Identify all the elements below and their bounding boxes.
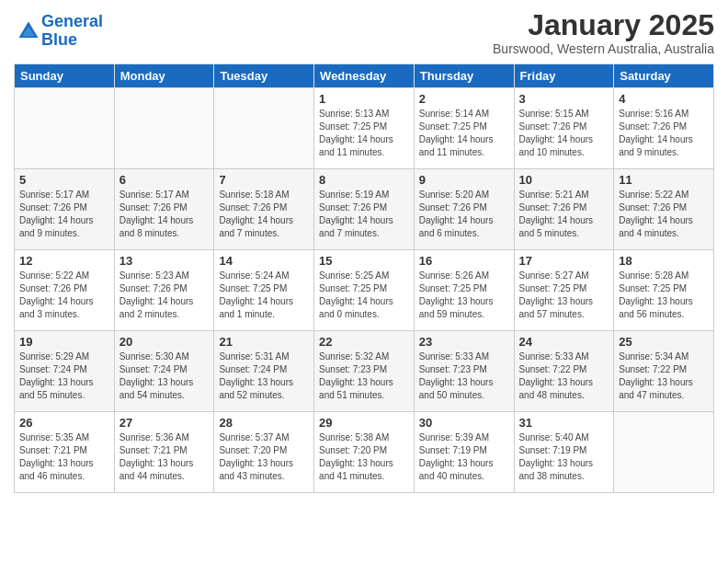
day-number: 5 bbox=[19, 173, 109, 187]
day-info: Sunrise: 5:18 AM Sunset: 7:26 PM Dayligh… bbox=[219, 189, 309, 240]
day-info: Sunrise: 5:19 AM Sunset: 7:26 PM Dayligh… bbox=[319, 189, 409, 240]
day-info: Sunrise: 5:36 AM Sunset: 7:21 PM Dayligh… bbox=[119, 431, 210, 483]
calendar-cell bbox=[15, 88, 115, 169]
day-number: 10 bbox=[519, 173, 609, 187]
day-number: 27 bbox=[119, 416, 210, 430]
day-number: 29 bbox=[319, 416, 409, 430]
weekday-header: Friday bbox=[514, 64, 614, 88]
day-number: 15 bbox=[319, 254, 409, 268]
calendar-cell: 16Sunrise: 5:26 AM Sunset: 7:25 PM Dayli… bbox=[414, 250, 514, 331]
day-number: 21 bbox=[219, 335, 309, 349]
calendar-week-row: 5Sunrise: 5:17 AM Sunset: 7:26 PM Daylig… bbox=[15, 169, 714, 250]
day-info: Sunrise: 5:22 AM Sunset: 7:26 PM Dayligh… bbox=[619, 189, 709, 240]
day-info: Sunrise: 5:24 AM Sunset: 7:25 PM Dayligh… bbox=[219, 270, 309, 321]
calendar-cell: 15Sunrise: 5:25 AM Sunset: 7:25 PM Dayli… bbox=[314, 250, 415, 331]
day-info: Sunrise: 5:30 AM Sunset: 7:24 PM Dayligh… bbox=[119, 350, 210, 402]
calendar-cell: 26Sunrise: 5:35 AM Sunset: 7:21 PM Dayli… bbox=[15, 412, 115, 493]
title-area: January 2025 Burswood, Western Australia… bbox=[493, 9, 714, 56]
calendar-cell: 28Sunrise: 5:37 AM Sunset: 7:20 PM Dayli… bbox=[214, 412, 314, 493]
day-info: Sunrise: 5:21 AM Sunset: 7:26 PM Dayligh… bbox=[519, 189, 609, 240]
day-number: 4 bbox=[619, 92, 709, 106]
calendar-cell: 20Sunrise: 5:30 AM Sunset: 7:24 PM Dayli… bbox=[114, 331, 214, 412]
calendar-cell: 17Sunrise: 5:27 AM Sunset: 7:25 PM Dayli… bbox=[514, 250, 614, 331]
weekday-header: Thursday bbox=[414, 64, 514, 88]
calendar-cell: 8Sunrise: 5:19 AM Sunset: 7:26 PM Daylig… bbox=[314, 169, 415, 250]
month-year: January 2025 bbox=[493, 9, 714, 41]
calendar-body: 1Sunrise: 5:13 AM Sunset: 7:25 PM Daylig… bbox=[15, 88, 714, 493]
weekday-header: Saturday bbox=[614, 64, 714, 88]
location: Burswood, Western Australia, Australia bbox=[493, 41, 714, 56]
day-info: Sunrise: 5:34 AM Sunset: 7:22 PM Dayligh… bbox=[619, 350, 709, 402]
day-number: 9 bbox=[419, 173, 509, 187]
calendar-cell: 6Sunrise: 5:17 AM Sunset: 7:26 PM Daylig… bbox=[114, 169, 214, 250]
day-number: 24 bbox=[519, 335, 609, 349]
calendar-cell: 5Sunrise: 5:17 AM Sunset: 7:26 PM Daylig… bbox=[15, 169, 115, 250]
logo-text: General Blue bbox=[41, 13, 103, 50]
day-number: 13 bbox=[119, 254, 210, 268]
day-number: 19 bbox=[19, 335, 109, 349]
day-number: 17 bbox=[519, 254, 609, 268]
day-number: 30 bbox=[419, 416, 509, 430]
day-info: Sunrise: 5:40 AM Sunset: 7:19 PM Dayligh… bbox=[519, 431, 609, 483]
day-info: Sunrise: 5:20 AM Sunset: 7:26 PM Dayligh… bbox=[419, 189, 509, 240]
day-number: 26 bbox=[19, 416, 109, 430]
calendar-cell: 24Sunrise: 5:33 AM Sunset: 7:22 PM Dayli… bbox=[514, 331, 614, 412]
calendar-cell: 9Sunrise: 5:20 AM Sunset: 7:26 PM Daylig… bbox=[414, 169, 514, 250]
calendar-cell: 30Sunrise: 5:39 AM Sunset: 7:19 PM Dayli… bbox=[414, 412, 514, 493]
day-number: 20 bbox=[119, 335, 210, 349]
weekday-header: Monday bbox=[114, 64, 214, 88]
day-number: 23 bbox=[419, 335, 509, 349]
day-info: Sunrise: 5:33 AM Sunset: 7:23 PM Dayligh… bbox=[419, 350, 509, 402]
calendar-cell: 29Sunrise: 5:38 AM Sunset: 7:20 PM Dayli… bbox=[314, 412, 415, 493]
day-info: Sunrise: 5:32 AM Sunset: 7:23 PM Dayligh… bbox=[319, 350, 409, 402]
day-info: Sunrise: 5:25 AM Sunset: 7:25 PM Dayligh… bbox=[319, 270, 409, 321]
weekday-header: Wednesday bbox=[314, 64, 415, 88]
calendar-cell bbox=[114, 88, 214, 169]
header: General Blue January 2025 Burswood, West… bbox=[14, 9, 714, 56]
calendar-week-row: 12Sunrise: 5:22 AM Sunset: 7:26 PM Dayli… bbox=[15, 250, 714, 331]
day-info: Sunrise: 5:15 AM Sunset: 7:26 PM Dayligh… bbox=[519, 108, 609, 159]
day-info: Sunrise: 5:31 AM Sunset: 7:24 PM Dayligh… bbox=[219, 350, 309, 402]
calendar-header-row: SundayMondayTuesdayWednesdayThursdayFrid… bbox=[15, 64, 714, 88]
day-number: 7 bbox=[219, 173, 309, 187]
day-info: Sunrise: 5:38 AM Sunset: 7:20 PM Dayligh… bbox=[319, 431, 409, 483]
day-number: 28 bbox=[219, 416, 309, 430]
calendar-table: SundayMondayTuesdayWednesdayThursdayFrid… bbox=[14, 63, 714, 493]
day-info: Sunrise: 5:27 AM Sunset: 7:25 PM Dayligh… bbox=[519, 270, 609, 321]
day-info: Sunrise: 5:28 AM Sunset: 7:25 PM Dayligh… bbox=[619, 270, 709, 321]
day-info: Sunrise: 5:29 AM Sunset: 7:24 PM Dayligh… bbox=[19, 350, 109, 402]
weekday-header: Sunday bbox=[15, 64, 115, 88]
day-number: 14 bbox=[219, 254, 309, 268]
day-info: Sunrise: 5:13 AM Sunset: 7:25 PM Dayligh… bbox=[319, 108, 409, 159]
day-info: Sunrise: 5:37 AM Sunset: 7:20 PM Dayligh… bbox=[219, 431, 309, 483]
calendar-cell: 10Sunrise: 5:21 AM Sunset: 7:26 PM Dayli… bbox=[514, 169, 614, 250]
day-number: 25 bbox=[619, 335, 709, 349]
day-info: Sunrise: 5:17 AM Sunset: 7:26 PM Dayligh… bbox=[119, 189, 210, 240]
calendar-week-row: 19Sunrise: 5:29 AM Sunset: 7:24 PM Dayli… bbox=[15, 331, 714, 412]
day-info: Sunrise: 5:16 AM Sunset: 7:26 PM Dayligh… bbox=[619, 108, 709, 159]
calendar-cell: 14Sunrise: 5:24 AM Sunset: 7:25 PM Dayli… bbox=[214, 250, 314, 331]
calendar-cell bbox=[614, 412, 714, 493]
day-number: 1 bbox=[319, 92, 409, 106]
calendar-cell: 13Sunrise: 5:23 AM Sunset: 7:26 PM Dayli… bbox=[114, 250, 214, 331]
day-info: Sunrise: 5:23 AM Sunset: 7:26 PM Dayligh… bbox=[119, 270, 210, 321]
day-info: Sunrise: 5:17 AM Sunset: 7:26 PM Dayligh… bbox=[19, 189, 109, 240]
day-info: Sunrise: 5:14 AM Sunset: 7:25 PM Dayligh… bbox=[419, 108, 509, 159]
day-number: 2 bbox=[419, 92, 509, 106]
day-number: 11 bbox=[619, 173, 709, 187]
calendar-cell: 11Sunrise: 5:22 AM Sunset: 7:26 PM Dayli… bbox=[614, 169, 714, 250]
calendar-cell bbox=[214, 88, 314, 169]
calendar-cell: 12Sunrise: 5:22 AM Sunset: 7:26 PM Dayli… bbox=[15, 250, 115, 331]
day-info: Sunrise: 5:26 AM Sunset: 7:25 PM Dayligh… bbox=[419, 270, 509, 321]
day-number: 31 bbox=[519, 416, 609, 430]
day-info: Sunrise: 5:22 AM Sunset: 7:26 PM Dayligh… bbox=[19, 270, 109, 321]
day-info: Sunrise: 5:39 AM Sunset: 7:19 PM Dayligh… bbox=[419, 431, 509, 483]
day-number: 3 bbox=[519, 92, 609, 106]
calendar-week-row: 1Sunrise: 5:13 AM Sunset: 7:25 PM Daylig… bbox=[15, 88, 714, 169]
day-info: Sunrise: 5:33 AM Sunset: 7:22 PM Dayligh… bbox=[519, 350, 609, 402]
calendar-cell: 3Sunrise: 5:15 AM Sunset: 7:26 PM Daylig… bbox=[514, 88, 614, 169]
calendar-cell: 2Sunrise: 5:14 AM Sunset: 7:25 PM Daylig… bbox=[414, 88, 514, 169]
calendar-cell: 27Sunrise: 5:36 AM Sunset: 7:21 PM Dayli… bbox=[114, 412, 214, 493]
calendar-cell: 31Sunrise: 5:40 AM Sunset: 7:19 PM Dayli… bbox=[514, 412, 614, 493]
calendar-cell: 22Sunrise: 5:32 AM Sunset: 7:23 PM Dayli… bbox=[314, 331, 415, 412]
